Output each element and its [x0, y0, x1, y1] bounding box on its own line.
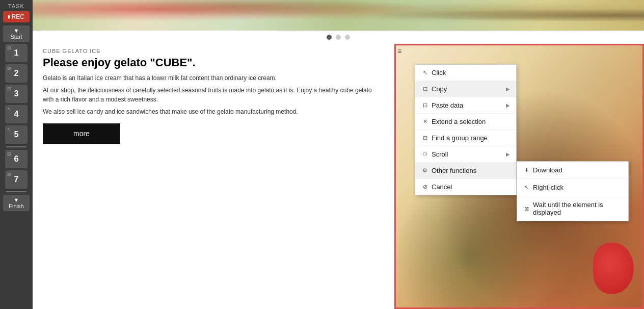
gelato-title: Please enjoy gelato "CUBE".: [43, 56, 384, 69]
menu-item-other[interactable]: ⚙ Other functions: [415, 163, 516, 179]
sidebar-divider-2: [6, 191, 26, 192]
submenu-right-click-label: Right-click: [533, 184, 564, 191]
menu-item-find-group[interactable]: ⊟ Find a group range: [415, 130, 516, 146]
copy-arrow: ▶: [506, 86, 510, 92]
step-2-num: 2: [14, 69, 19, 78]
step-3-num: 3: [14, 89, 19, 98]
submenu-download-label: Download: [533, 166, 562, 174]
step-button-1[interactable]: ⊞ 1: [5, 44, 28, 62]
paste-icon: ⊡: [421, 102, 428, 109]
sidebar-divider: [6, 146, 26, 147]
submenu-wait-label: Wait until the element is displayed: [533, 201, 621, 216]
download-icon: ⬇: [524, 167, 529, 173]
step-4-num: 4: [14, 110, 19, 119]
submenu-item-download[interactable]: ⬇ Download: [517, 162, 628, 179]
step-1-num: 1: [14, 48, 19, 58]
menu-find-group-label: Find a group range: [432, 134, 488, 142]
find-group-icon: ⊟: [421, 135, 428, 141]
gelato-body-1: Gelato is an Italian ice cream that has …: [43, 73, 384, 83]
click-icon: ↖: [421, 69, 428, 76]
step-button-6[interactable]: ⊞ 6: [5, 150, 28, 168]
text-section: CUBE GELATO ICE Please enjoy gelato "CUB…: [33, 44, 394, 309]
gelato-body-3: We also sell ice candy and ice sandwiche…: [43, 107, 384, 116]
step-button-4[interactable]: ↖ 4: [5, 105, 28, 123]
dot-3[interactable]: [345, 35, 350, 40]
finish-button[interactable]: ▼ Finish: [3, 195, 30, 211]
scroll-arrow: ▶: [506, 151, 510, 157]
rec-label: REC: [12, 13, 24, 20]
rec-dot: [8, 15, 10, 19]
menu-extend-label: Extend a selection: [432, 118, 486, 125]
step-5-num: 5: [14, 130, 19, 139]
other-icon: ⚙: [421, 167, 428, 174]
extend-icon: ✕: [421, 118, 428, 125]
right-panel: ≡ ↖ Click ⊡ Copy ▶: [394, 44, 644, 309]
menu-copy-label: Copy: [432, 85, 447, 93]
wait-icon: ⊠: [524, 205, 529, 212]
step-7-icon: ⊞: [7, 172, 11, 177]
menu-item-cancel[interactable]: ⊘ Cancel: [415, 179, 516, 195]
step-button-7[interactable]: ⊞ 7: [5, 170, 28, 189]
gelato-body-2: At our shop, the deliciousness of carefu…: [43, 86, 384, 104]
step-button-2[interactable]: ⊞ 2: [5, 64, 28, 83]
dot-2[interactable]: [336, 35, 341, 40]
right-click-icon: ↖: [524, 184, 529, 191]
step-4-icon: ↖: [7, 107, 11, 112]
content-area: CUBE GELATO ICE Please enjoy gelato "CUB…: [33, 44, 644, 309]
paste-arrow: ▶: [506, 102, 510, 108]
menu-item-extend[interactable]: ✕ Extend a selection: [415, 114, 516, 130]
menu-item-paste[interactable]: ⊡ Paste data ▶: [415, 97, 516, 114]
hamburger-icon[interactable]: ≡: [397, 47, 401, 55]
cancel-icon: ⊘: [421, 184, 428, 190]
copy-icon: ⊡: [421, 86, 428, 92]
menu-paste-label: Paste data: [432, 101, 463, 109]
menu-item-copy[interactable]: ⊡ Copy ▶: [415, 81, 516, 97]
gelato-subtitle: CUBE GELATO ICE: [43, 48, 384, 54]
step-3-icon: ⊞: [7, 86, 11, 91]
step-5-icon: ↖: [7, 127, 11, 132]
more-button[interactable]: more: [43, 123, 120, 144]
submenu-item-wait[interactable]: ⊠ Wait until the element is displayed: [517, 196, 628, 221]
submenu: ⬇ Download ↖ Right-click ⊠ Wait until th…: [517, 161, 629, 221]
submenu-item-right-click[interactable]: ↖ Right-click: [517, 179, 628, 196]
step-button-3[interactable]: ⊞ 3: [5, 85, 28, 103]
step-6-num: 6: [14, 154, 19, 164]
step-1-icon: ⊞: [7, 45, 11, 50]
carousel-dots: [33, 31, 644, 44]
menu-scroll-label: Scroll: [432, 150, 448, 158]
menu-click-label: Click: [432, 69, 446, 76]
start-button[interactable]: ▼ Start: [3, 25, 30, 42]
step-button-5[interactable]: ↖ 5: [5, 125, 28, 144]
menu-other-label: Other functions: [432, 167, 476, 174]
task-label: TASK: [8, 0, 24, 11]
step-7-num: 7: [14, 175, 19, 184]
sidebar: TASK REC ▼ Start ⊞ 1 ⊞ 2 ⊞ 3 ↖ 4 ↖ 5 ⊞ 6…: [0, 0, 33, 309]
scroll-icon: ⚇: [421, 151, 428, 158]
step-6-icon: ⊞: [7, 151, 11, 157]
context-menu: ↖ Click ⊡ Copy ▶ ⊡ Paste data: [415, 64, 517, 195]
dot-1[interactable]: [327, 35, 332, 40]
step-2-icon: ⊞: [7, 66, 11, 71]
menu-item-click[interactable]: ↖ Click: [415, 65, 516, 81]
top-image: [33, 0, 644, 31]
scoop-decoration: [593, 243, 634, 294]
rec-button[interactable]: REC: [3, 11, 30, 22]
menu-item-scroll[interactable]: ⚇ Scroll ▶: [415, 146, 516, 163]
main-content: CUBE GELATO ICE Please enjoy gelato "CUB…: [33, 0, 644, 309]
menu-cancel-label: Cancel: [432, 183, 452, 191]
